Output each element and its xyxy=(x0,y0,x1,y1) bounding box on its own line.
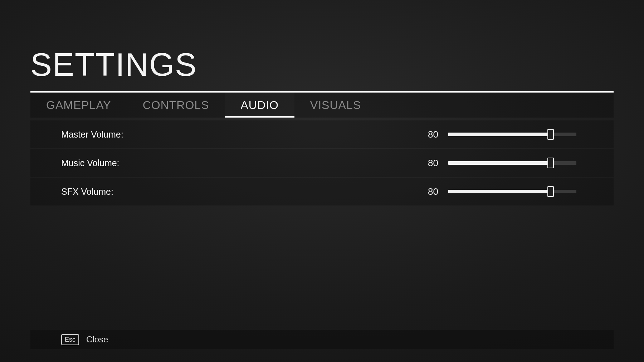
page-title: SETTINGS xyxy=(30,46,614,83)
tab-gameplay[interactable]: GAMEPLAY xyxy=(30,93,127,118)
settings-rows: Master Volume: 80 Music Volume: 80 SFX V… xyxy=(30,120,614,205)
tab-visuals[interactable]: VISUALS xyxy=(294,93,377,118)
setting-label: SFX Volume: xyxy=(61,187,410,197)
music-volume-slider[interactable] xyxy=(448,161,576,165)
slider-thumb[interactable] xyxy=(547,186,554,197)
settings-screen: SETTINGS GAMEPLAY CONTROLS AUDIO VISUALS… xyxy=(0,0,644,362)
setting-value: 80 xyxy=(410,158,438,169)
esc-keycap: Esc xyxy=(61,334,79,345)
setting-value: 80 xyxy=(410,186,438,197)
tab-audio[interactable]: AUDIO xyxy=(225,93,294,118)
slider-fill xyxy=(448,161,551,165)
master-volume-slider[interactable] xyxy=(448,133,576,136)
setting-row-master-volume: Master Volume: 80 xyxy=(30,120,614,148)
setting-row-music-volume: Music Volume: 80 xyxy=(30,149,614,177)
close-button[interactable]: Close xyxy=(86,334,108,344)
setting-label: Music Volume: xyxy=(61,158,410,168)
settings-tabbar: GAMEPLAY CONTROLS AUDIO VISUALS xyxy=(30,93,614,118)
tab-controls[interactable]: CONTROLS xyxy=(127,93,225,118)
slider-fill xyxy=(448,133,551,136)
slider-thumb[interactable] xyxy=(547,129,554,140)
setting-row-sfx-volume: SFX Volume: 80 xyxy=(30,178,614,205)
footer-bar: Esc Close xyxy=(30,330,614,349)
sfx-volume-slider[interactable] xyxy=(448,190,576,193)
setting-label: Master Volume: xyxy=(61,129,410,140)
setting-value: 80 xyxy=(410,129,438,140)
slider-thumb[interactable] xyxy=(547,158,554,168)
slider-fill xyxy=(448,190,551,193)
